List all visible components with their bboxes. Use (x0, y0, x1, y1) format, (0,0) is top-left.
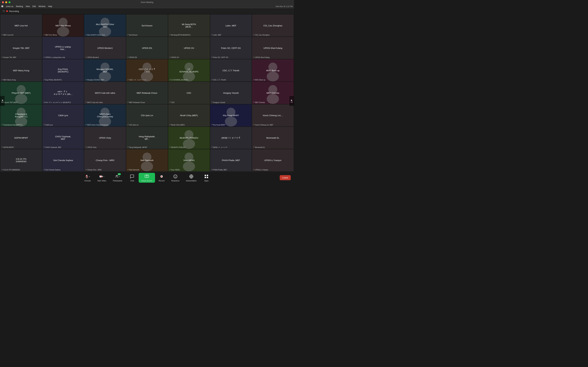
participant-name: Eng PISAL (MLMUPC) (53, 68, 73, 73)
participant-tile[interactable]: UPDIS-Li YuanjunUPDIS-Li Yuanjun (252, 149, 294, 171)
participant-tile[interactable]: MoJ-KHATH Chhor VornMoJ-KHATH Chhor Vorn (84, 14, 126, 37)
participant-tile[interactable]: GDPW-MPWTGDPW-MPWT (0, 127, 42, 149)
participant-tile[interactable]: Heng Rathpiseth, MP...Heng Rathpiseth, M… (126, 127, 168, 149)
participant-tile[interactable]: MEF-Lina HolMEF-Lina Hol (0, 14, 42, 37)
minimize-button[interactable] (5, 1, 7, 3)
leave-button[interactable]: Leave (280, 175, 291, 180)
svg-rect-47 (207, 175, 208, 176)
menu-help[interactable]: Help (48, 5, 52, 8)
participant-name: CDI_Cao Zhonghao (263, 24, 282, 27)
participant-name: CDC, C.T. Therith (223, 69, 239, 72)
participant-tile[interactable]: Khy Kosal MAFFKhy Kosal MAFF (210, 104, 252, 126)
participants-button[interactable]: 91 ▲ Participants (110, 173, 126, 183)
participant-tile[interactable]: Sok Chenda SopheaSok Chenda Sophea (42, 149, 84, 171)
menu-edit[interactable]: Edit (33, 5, 36, 8)
record-icon (159, 174, 164, 179)
participant-tile[interactable]: UPDIS ENUPDIS EN (126, 37, 168, 59)
participant-tile[interactable]: Vongsey VissothVongsey Vissoth (210, 82, 252, 104)
chat-label: Chat (130, 180, 134, 182)
participant-tile[interactable]: Niroth Chhy (MEF)Niroth Chhy (MEF) (168, 104, 210, 126)
participant-tile[interactable]: UPDIS-Lv yujing-liste...UPDIS-Lv yujing-… (42, 37, 84, 59)
svg-point-24 (143, 152, 151, 161)
participant-name: H.E.Dr ITH SAMHENG (11, 158, 32, 163)
participant-tile[interactable]: UPDIS CHUPDIS CH (168, 37, 210, 59)
nav-next-label: 2/2 (291, 101, 293, 103)
svg-point-16 (17, 108, 26, 117)
participant-label: UPDIS Monitor1 (85, 57, 99, 58)
record-button[interactable]: Record (155, 173, 168, 183)
nav-next-button[interactable]: ▶ 2/2 (289, 96, 294, 106)
participant-tile[interactable]: PHAN Phalla, MEFPHAN Phalla, MEF (210, 149, 252, 171)
participant-tile[interactable]: Chandararot Kang(MPTC)Chandararot Kang(M… (0, 104, 42, 126)
participant-tile[interactable]: LY SOVANN_MLMUPCLY SOVANN_MLMUPC (168, 59, 210, 81)
participant-tile[interactable]: MEF-Rottanak ChounMEF-Rottanak Choun (126, 82, 168, 104)
share-screen-button[interactable]: Share Screen (139, 173, 155, 183)
participant-tile[interactable]: Lyfan, MEFLyfan, MEF (210, 14, 252, 37)
menu-view[interactable]: View (26, 5, 30, 8)
chat-button[interactable]: Chat (126, 173, 139, 183)
maximize-button[interactable] (9, 1, 10, 3)
participant-name: MEF-Rottanak Choun (137, 92, 157, 94)
participant-tile[interactable]: CDCCDC (168, 82, 210, 104)
apps-button[interactable]: Apps (200, 173, 213, 183)
participant-label: MISTI-Dorn Chanpichrasmey (85, 124, 108, 126)
participant-tile[interactable]: CDC-ន័ត ភក្ដីវត្សCDC-ន័ត ភក្ដីវត្ស (126, 59, 168, 81)
participant-tile[interactable]: (MOI)ដេង ហ្វក្បី(MOI)ដេង ហ្វក្បី (210, 127, 252, 149)
participant-tile[interactable]: UPDIS-ShenYufangUPDIS-ShenYufang (252, 37, 294, 59)
interpretation-button[interactable]: Interpretation (183, 173, 200, 183)
participant-tile[interactable]: Sour HENGSour HENG (168, 149, 210, 171)
participant-label: UPDIS CH (169, 57, 179, 58)
participant-tile[interactable]: MOC Back upMOC Back up (252, 59, 294, 81)
reactions-button[interactable]: Reactions (168, 173, 183, 183)
participant-label: CDC-ន័ត ភក្ដីវត្ស (127, 79, 147, 81)
participant-tile[interactable]: H.E.Dr ITH SAMHENGH.E.Dr ITH SAMHENG (0, 149, 42, 171)
interpretation-label: Interpretation (186, 180, 197, 182)
participant-tile[interactable]: CDI_Cao ZhonghaoCDI_Cao Zhonghao (252, 14, 294, 37)
menu-app-name[interactable]: zoom.us (6, 5, 13, 8)
participant-tile[interactable]: Neb SamouthNeb Samouth (126, 149, 168, 171)
participant-tile[interactable]: Polen SO, CEFP GSPolen SO, CEFP GS (210, 37, 252, 59)
svg-point-14 (268, 85, 277, 94)
participant-tile[interactable]: Chreay Pom - MRDChreay Pom - MRD (84, 149, 126, 171)
participant-tile[interactable]: MLMUPC.PONLEUMLMUPC.PONLEU (168, 127, 210, 149)
participant-name: Polen SO, CEFP GS (221, 47, 241, 49)
participant-tile[interactable]: Sot KimsonSot Kimson (126, 14, 168, 37)
participant-tile[interactable]: UPDIS Monitor1UPDIS Monitor1 (84, 37, 126, 59)
participant-tile[interactable]: MISTI-Cab-reth rathaMISTI-Cab-reth ratha (84, 82, 126, 104)
participant-label: MEF-Lina Hol (1, 34, 13, 36)
participant-tile[interactable]: Monineath ELMonineath EL (252, 127, 294, 149)
participant-tile[interactable]: MEF-Marry KongMEF-Marry Kong (0, 59, 42, 81)
participant-tile[interactable]: UPDIS VickyUPDIS Vicky (84, 127, 126, 149)
participant-label: Sour HENG (169, 169, 180, 171)
close-button[interactable] (2, 1, 4, 3)
svg-point-6 (143, 63, 151, 72)
svg-point-27 (183, 161, 195, 171)
participant-tile[interactable]: Phiyorin TEP (MEF)Phiyorin TEP (MEF) (0, 82, 42, 104)
participant-tile[interactable]: C&W-LyraC&W-Lyra (42, 104, 84, 126)
nav-prev-button[interactable]: ◀ 2/2 (0, 96, 5, 106)
participant-tile[interactable]: Vouch Chheng Lim,...Vouch Chheng Lim, ME… (252, 104, 294, 126)
participant-label: MEF-Chenda (253, 101, 265, 103)
participant-label: UPDIS-Lv yujing-listen only (43, 57, 65, 58)
participant-tile[interactable]: CDI-Jack LinCDI-Jack Lin (126, 104, 168, 126)
svg-point-11 (267, 72, 279, 82)
start-video-button[interactable]: ▲ Start Video (94, 173, 110, 183)
participant-tile[interactable]: Eng PISAL (MLMUPC)Eng PISAL (MLMUPC) (42, 59, 84, 81)
participant-name: Heng Rathpiseth, MP... (137, 135, 157, 140)
svg-point-40 (161, 176, 162, 177)
participant-tile[interactable]: MEF-Kim MineaMEF-Kim Minea (42, 14, 84, 37)
participant-label: Lyfan, MEF (211, 34, 222, 36)
participant-tile[interactable]: MEF-ChendaMEF-Chenda (252, 82, 294, 104)
participant-tile[interactable]: Mongkul SOUNG, MEFMongkul SOUNG, MEF (84, 59, 126, 81)
participant-tile[interactable]: លោក ជីង សុទ្ធារិទ្ធ (ML...លោក ជីង សុទ្ធា… (42, 82, 84, 104)
participant-tile[interactable]: CDC, C.T. TherithCDC, C.T. Therith (210, 59, 252, 81)
unmute-button[interactable]: ▲ Unmute (81, 173, 94, 183)
participant-tile[interactable]: MISTI-Dorn ChanpichrasmeyMISTI-Dorn Chan… (84, 104, 126, 126)
participant-tile[interactable]: Sreypin Tith, MEFSreypin Tith, MEF (0, 37, 42, 59)
menu-window[interactable]: Window (39, 5, 46, 8)
share-screen-icon (144, 174, 149, 179)
participant-tile[interactable]: Mr.Sang BOTA (MLM...Mr.Sang BOTA (MLMUPC… (168, 14, 210, 37)
menu-meeting[interactable]: Meeting (16, 5, 23, 8)
participant-tile[interactable]: CHOU Sopheak, MEFCHOU Sopheak, MEF (42, 127, 84, 149)
svg-point-0 (59, 18, 68, 26)
